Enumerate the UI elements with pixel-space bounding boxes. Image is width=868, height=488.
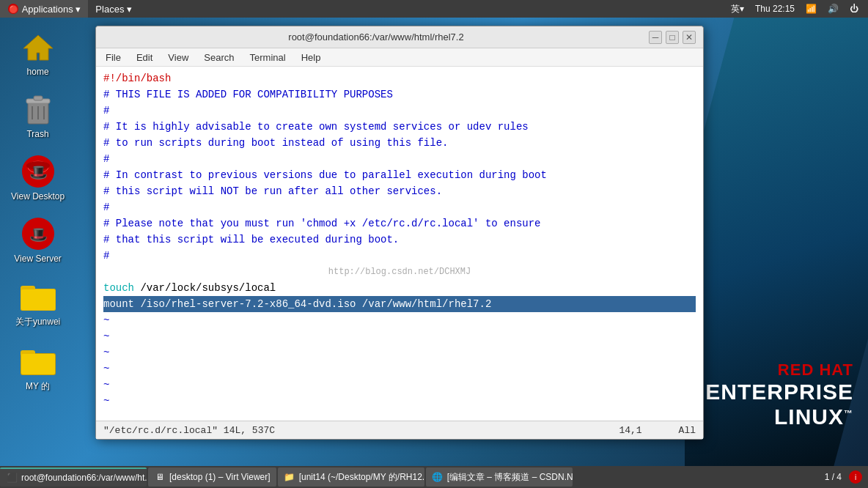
tilde-5: ~ <box>103 377 696 393</box>
clock[interactable]: Thu 22:15 <box>751 4 798 14</box>
menu-view[interactable]: View <box>162 51 194 64</box>
code-line-8: # this script will NOT be run after all … <box>103 183 696 199</box>
window-title: root@foundation66:/var/www/html/rhel7.2 <box>103 32 649 42</box>
applications-label: Applications <box>22 4 73 15</box>
editor-text-area[interactable]: #!/bin/bash # THIS FILE IS ADDED FOR COM… <box>96 67 703 421</box>
code-line-2: # THIS FILE IS ADDED FOR COMPATIBILITY P… <box>103 86 696 103</box>
menu-terminal[interactable]: Terminal <box>244 51 292 64</box>
code-line-14: mount /iso/rhel-server-7.2-x86_64-dvd.is… <box>103 296 696 312</box>
code-line-13: touch /var/lock/subsys/local <box>103 280 696 296</box>
menu-search[interactable]: Search <box>198 51 240 64</box>
notification-icon[interactable]: i <box>849 470 862 484</box>
editor-window: root@foundation66:/var/www/html/rhel7.2 … <box>95 26 704 440</box>
code-line-12: # <box>103 248 696 264</box>
wifi-icon[interactable]: 📶 <box>802 4 820 14</box>
folder-taskbar-icon: 📁 <box>284 471 295 483</box>
code-line-7: # In contrast to previous versions due t… <box>103 167 696 183</box>
maximize-button[interactable]: □ <box>666 31 679 44</box>
language-indicator[interactable]: 英 ▾ <box>727 3 748 15</box>
apps-icon: 🔴 <box>7 3 19 15</box>
top-bar-left: 🔴 Applications ▾ Places ▾ <box>0 0 139 18</box>
home-icon-label: home <box>27 67 49 77</box>
menu-file[interactable]: File <box>100 51 127 64</box>
code-line-10: # Please note that you must run 'chmod +… <box>103 215 696 232</box>
menu-edit[interactable]: Edit <box>130 51 158 64</box>
about-yunwei-icon <box>21 278 56 314</box>
terminal-icon: ⬛ <box>6 472 18 484</box>
places-label: Places <box>95 4 124 15</box>
editor-content[interactable]: #!/bin/bash # THIS FILE IS ADDED FOR COM… <box>96 67 703 421</box>
minimize-button[interactable]: ─ <box>649 31 662 44</box>
svg-rect-21 <box>21 354 55 374</box>
desktop-icon-home[interactable]: home <box>17 26 59 81</box>
power-icon[interactable]: ⏻ <box>846 4 862 14</box>
home-icon <box>21 29 56 64</box>
taskbar-right: 1 / 4 i <box>825 470 868 484</box>
volume-icon[interactable]: 🔊 <box>824 4 842 14</box>
my-de-label: MY 的 <box>26 380 50 393</box>
view-desktop-icon-label: View Desktop <box>11 191 65 202</box>
taskbar-item-folder[interactable]: 📁 [unit14 (~/Desktop/MY 的/RH12... <box>278 467 424 487</box>
watermark: http://blog.csdn.net/DCHXMJ <box>103 264 696 280</box>
svg-rect-18 <box>21 289 55 310</box>
code-line-6: # <box>103 151 696 167</box>
desktop-icon-view-desktop[interactable]: 🎩 View Desktop <box>7 150 68 205</box>
svg-text:🔴: 🔴 <box>9 4 18 14</box>
taskbar-label-terminal: root@foundation66:/var/www/ht... <box>21 473 147 483</box>
code-line-1: #!/bin/bash <box>103 70 696 86</box>
window-menubar: File Edit View Search Terminal Help <box>96 48 703 67</box>
time-label: Thu 22:15 <box>755 4 795 14</box>
status-right: 14,1 All <box>619 425 696 436</box>
page-indicator: 1 / 4 <box>825 472 842 482</box>
menu-help[interactable]: Help <box>295 51 327 64</box>
editor-statusbar: "/etc/rc.d/rc.local" 14L, 537C 14,1 All <box>96 421 703 439</box>
applications-menu[interactable]: 🔴 Applications ▾ <box>0 0 88 18</box>
virt-icon: 🖥 <box>154 471 166 483</box>
tilde-1: ~ <box>103 312 696 328</box>
taskbar-label-virt: [desktop (1) – Virt Viewer] <box>169 472 271 482</box>
window-controls: ─ □ ✕ <box>649 31 696 44</box>
code-line-4: # It is highly advisable to create own s… <box>103 119 696 135</box>
close-button[interactable]: ✕ <box>683 31 696 44</box>
svg-rect-5 <box>34 96 43 100</box>
status-position: 14,1 <box>619 425 641 436</box>
code-line-5: # to run scripts during boot instead of … <box>103 135 696 151</box>
svg-marker-2 <box>23 35 53 60</box>
my-de-icon <box>21 343 56 378</box>
taskbar-item-virt[interactable]: 🖥 [desktop (1) – Virt Viewer] <box>148 467 276 487</box>
window-titlebar: root@foundation66:/var/www/html/rhel7.2 … <box>96 26 703 48</box>
taskbar-label-folder: [unit14 (~/Desktop/MY 的/RH12... <box>299 471 424 484</box>
trash-icon <box>21 92 56 127</box>
view-server-icon: 🎩 <box>21 216 56 251</box>
code-line-9: # <box>103 199 696 215</box>
desktop-icons: home Trash 🎩 View Desktop <box>7 26 68 396</box>
taskbar-item-terminal[interactable]: ⬛ root@foundation66:/var/www/ht... <box>0 467 147 487</box>
tilde-6: ~ <box>103 393 696 409</box>
trash-icon-label: Trash <box>26 129 48 139</box>
view-desktop-icon: 🎩 <box>21 154 56 189</box>
top-bar-right: 英 ▾ Thu 22:15 📶 🔊 ⏻ <box>727 3 868 15</box>
code-line-3: # <box>103 103 696 119</box>
desktop-icon-trash[interactable]: Trash <box>17 88 59 143</box>
svg-text:🎩: 🎩 <box>29 226 47 243</box>
code-line-11: # that this script will be executed duri… <box>103 232 696 248</box>
web-icon: 🌐 <box>432 471 444 483</box>
taskbar: ⬛ root@foundation66:/var/www/ht... 🖥 [de… <box>0 466 868 488</box>
about-yunwei-label: 关于yunwei <box>15 316 60 328</box>
desktop-icon-about-yunwei[interactable]: 关于yunwei <box>12 275 64 332</box>
status-scroll: All <box>679 425 696 436</box>
desktop-icon-view-server[interactable]: 🎩 View Server <box>10 212 65 267</box>
svg-text:🎩: 🎩 <box>29 163 47 181</box>
status-file: "/etc/rc.d/rc.local" 14L, 537C <box>103 425 619 436</box>
tilde-4: ~ <box>103 361 696 377</box>
tilde-3: ~ <box>103 344 696 361</box>
lang-label: 英 <box>731 3 740 15</box>
top-bar: 🔴 Applications ▾ Places ▾ 英 ▾ Thu 22:15 … <box>0 0 868 18</box>
desktop-icon-my-de[interactable]: MY 的 <box>17 339 59 396</box>
tilde-2: ~ <box>103 328 696 344</box>
places-menu[interactable]: Places ▾ <box>88 0 139 18</box>
taskbar-item-web[interactable]: 🌐 [编辑文章 – 博客频道 – CSDN.NE... <box>426 467 573 487</box>
view-server-icon-label: View Server <box>14 254 61 264</box>
taskbar-label-web: [编辑文章 – 博客频道 – CSDN.NE... <box>447 471 573 484</box>
